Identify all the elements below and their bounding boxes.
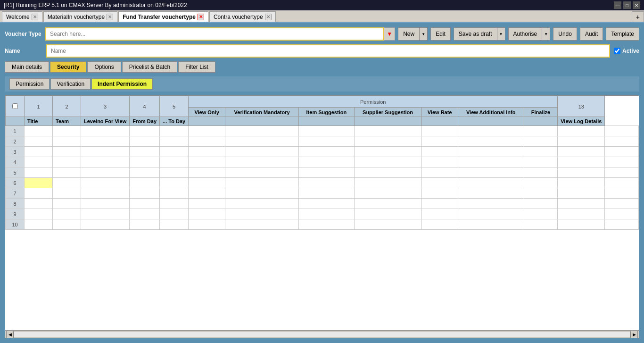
table-cell[interactable] xyxy=(605,219,639,230)
table-cell[interactable] xyxy=(25,126,53,136)
search-dropdown-button[interactable]: ▼ xyxy=(384,27,395,41)
tab-main-details[interactable]: Main details xyxy=(5,61,49,73)
table-cell[interactable] xyxy=(189,167,225,178)
subtab-indent-permission[interactable]: Indent Permission xyxy=(91,78,153,90)
table-cell[interactable] xyxy=(53,219,81,230)
table-cell[interactable] xyxy=(605,188,639,199)
table-cell[interactable] xyxy=(524,199,558,209)
table-cell[interactable] xyxy=(524,167,558,178)
table-cell[interactable] xyxy=(558,188,605,199)
undo-button[interactable]: Undo xyxy=(553,27,577,41)
table-cell[interactable] xyxy=(524,219,558,230)
table-cell[interactable] xyxy=(81,157,130,167)
save-draft-dropdown-arrow[interactable]: ▼ xyxy=(497,27,505,41)
table-cell[interactable] xyxy=(421,199,458,209)
table-cell[interactable] xyxy=(225,136,299,147)
table-cell[interactable] xyxy=(130,157,160,167)
table-cell[interactable] xyxy=(160,188,189,199)
table-cell[interactable] xyxy=(130,209,160,219)
table-cell[interactable] xyxy=(225,178,299,188)
table-cell[interactable] xyxy=(53,167,81,178)
table-cell[interactable] xyxy=(160,167,189,178)
table-cell[interactable] xyxy=(524,136,558,147)
table-cell[interactable] xyxy=(421,188,458,199)
tab-add-button[interactable]: + xyxy=(632,11,644,22)
table-cell[interactable] xyxy=(25,147,53,157)
maximize-button[interactable]: □ xyxy=(623,1,631,9)
table-cell[interactable] xyxy=(25,157,53,167)
table-cell[interactable] xyxy=(53,188,81,199)
table-cell[interactable] xyxy=(458,219,524,230)
table-cell[interactable] xyxy=(130,126,160,136)
active-checkbox[interactable] xyxy=(614,48,620,54)
audit-button[interactable]: Audit xyxy=(580,27,603,41)
table-cell[interactable] xyxy=(225,157,299,167)
table-cell[interactable] xyxy=(421,178,458,188)
tab-close-contra[interactable]: ✕ xyxy=(265,14,272,20)
table-cell[interactable] xyxy=(524,188,558,199)
table-cell[interactable] xyxy=(81,219,130,230)
table-cell[interactable] xyxy=(354,157,421,167)
table-cell[interactable] xyxy=(354,188,421,199)
table-cell[interactable] xyxy=(558,178,605,188)
horizontal-scrollbar[interactable]: ◀ ▶ xyxy=(5,330,639,338)
table-cell[interactable] xyxy=(605,178,639,188)
table-cell[interactable] xyxy=(605,157,639,167)
table-cell[interactable] xyxy=(458,178,524,188)
table-cell[interactable] xyxy=(160,126,189,136)
table-cell[interactable] xyxy=(458,147,524,157)
tab-fundtransfer[interactable]: Fund Transfer vouchertype ✕ xyxy=(118,11,208,22)
table-cell[interactable] xyxy=(354,209,421,219)
table-cell[interactable] xyxy=(81,147,130,157)
table-cell[interactable] xyxy=(421,167,458,178)
table-cell[interactable] xyxy=(558,219,605,230)
table-cell[interactable] xyxy=(160,199,189,209)
tab-options[interactable]: Options xyxy=(87,61,121,73)
table-cell[interactable] xyxy=(81,178,130,188)
table-cell[interactable] xyxy=(160,136,189,147)
table-cell[interactable] xyxy=(421,136,458,147)
table-cell[interactable] xyxy=(225,167,299,178)
select-all-checkbox[interactable] xyxy=(12,103,18,109)
table-cell[interactable] xyxy=(25,136,53,147)
table-cell[interactable] xyxy=(25,178,53,188)
table-cell[interactable] xyxy=(53,178,81,188)
table-cell[interactable] xyxy=(421,157,458,167)
save-draft-button[interactable]: Save as draft xyxy=(454,27,497,41)
table-cell[interactable] xyxy=(458,167,524,178)
table-cell[interactable] xyxy=(225,188,299,199)
table-cell[interactable] xyxy=(458,157,524,167)
table-cell[interactable] xyxy=(605,147,639,157)
tab-contra[interactable]: Contra vouchertype ✕ xyxy=(209,11,276,22)
tab-welcome[interactable]: Welcome ✕ xyxy=(2,11,42,22)
scroll-right-button[interactable]: ▶ xyxy=(630,331,638,338)
scroll-left-button[interactable]: ◀ xyxy=(6,331,14,338)
table-cell[interactable] xyxy=(458,136,524,147)
authorise-dropdown-arrow[interactable]: ▼ xyxy=(542,27,550,41)
table-cell[interactable] xyxy=(299,126,354,136)
table-cell[interactable] xyxy=(81,188,130,199)
table-cell[interactable] xyxy=(558,147,605,157)
scrollbar-track[interactable] xyxy=(14,332,630,337)
table-cell[interactable] xyxy=(605,136,639,147)
table-cell[interactable] xyxy=(130,136,160,147)
table-cell[interactable] xyxy=(225,219,299,230)
table-cell[interactable] xyxy=(524,157,558,167)
table-cell[interactable] xyxy=(458,126,524,136)
table-cell[interactable] xyxy=(421,209,458,219)
tab-close-welcome[interactable]: ✕ xyxy=(32,14,38,20)
table-cell[interactable] xyxy=(160,209,189,219)
table-cell[interactable] xyxy=(354,178,421,188)
table-cell[interactable] xyxy=(160,147,189,157)
table-cell[interactable] xyxy=(189,178,225,188)
table-cell[interactable] xyxy=(299,147,354,157)
subtab-verification[interactable]: Verification xyxy=(50,78,91,90)
table-cell[interactable] xyxy=(421,147,458,157)
table-cell[interactable] xyxy=(81,209,130,219)
table-cell[interactable] xyxy=(354,136,421,147)
table-cell[interactable] xyxy=(524,126,558,136)
table-cell[interactable] xyxy=(130,199,160,209)
authorise-button[interactable]: Authorise xyxy=(508,27,542,41)
table-cell[interactable] xyxy=(421,219,458,230)
table-cell[interactable] xyxy=(605,209,639,219)
